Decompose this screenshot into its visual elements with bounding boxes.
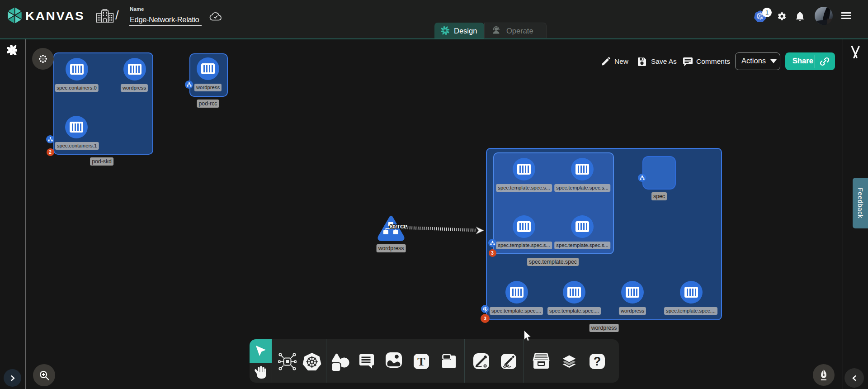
svg-text:T: T bbox=[417, 355, 425, 368]
svg-text:?: ? bbox=[594, 355, 601, 368]
